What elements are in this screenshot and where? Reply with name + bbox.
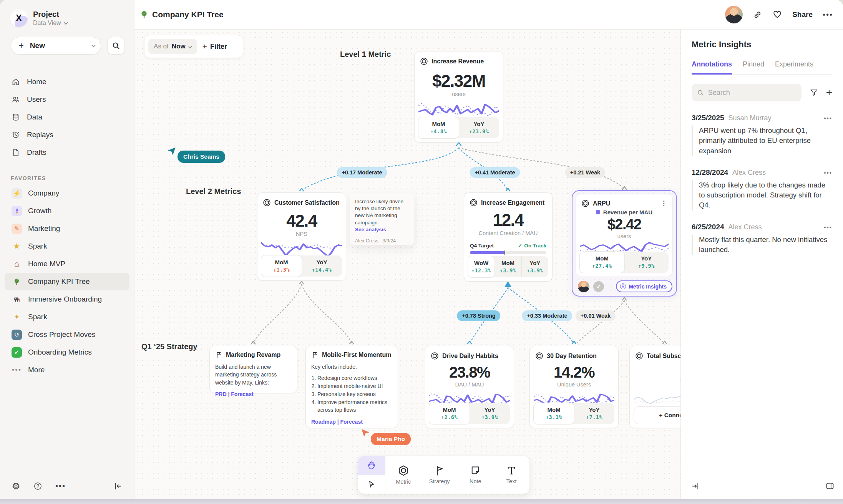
metric-card-drive-daily-habbits[interactable]: Drive Daily Habbits 23.8% DAU / MAU MoM↑… [425, 346, 514, 428]
metric-unit: users [576, 233, 672, 239]
roadmap-forecast-links[interactable]: Roadmap | Forecast [311, 419, 392, 425]
sidebar-item-replays[interactable]: Replays [5, 126, 129, 144]
annotation-item[interactable]: 12/28/2024 Alex Cress ••• 3% drop likely… [692, 168, 832, 211]
sidebar-item-company[interactable]: ⚡ Company [5, 184, 129, 202]
stat-wow[interactable]: WoW↑12.3% [468, 256, 495, 277]
strategy-card-marketing-revamp[interactable]: Marketing Revamp Build and launch a new … [209, 346, 297, 393]
connect-button[interactable]: + Connect [634, 406, 680, 424]
stat-mom[interactable]: MoM↑27.4% [580, 252, 624, 273]
more-options-icon[interactable]: ••• [55, 482, 66, 491]
favorite-heart-icon[interactable] [772, 10, 782, 20]
stat-yoy[interactable]: YoY↑9.9% [624, 252, 669, 273]
toggle-panel-icon[interactable] [825, 481, 835, 491]
prd-forecast-links[interactable]: PRD | Forecast [215, 391, 292, 397]
top-bar: Company KPI Tree Share ••• [134, 0, 843, 30]
edge-label-1: +0.17 Moderate [337, 167, 387, 178]
edge-label-2: +0.41 Moderate [470, 167, 520, 178]
help-icon[interactable] [33, 482, 42, 491]
sidebar-item-more[interactable]: ••• More [5, 361, 129, 379]
annotation-menu-icon[interactable]: ••• [824, 115, 832, 121]
card-menu-icon[interactable]: ⋮ [660, 200, 667, 207]
sidebar-item-company-kpi-tree[interactable]: Company KPI Tree [5, 273, 129, 290]
annotation-menu-icon[interactable]: ••• [824, 224, 832, 230]
stat-mom[interactable]: MoM↑2.6% [429, 403, 470, 424]
sidebar-item-cross-project-moves[interactable]: ↺ Cross Project Moves [5, 326, 129, 343]
marketing-icon: ✎ [12, 224, 22, 234]
sidebar-item-immersive-onboarding[interactable]: Immersive Onboarding [5, 290, 129, 308]
sidebar-item-drafts[interactable]: Drafts [5, 144, 129, 161]
stat-mom[interactable]: MoM↑3.1% [534, 403, 574, 424]
flag-icon [434, 465, 445, 476]
canvas-annotation-note[interactable]: Increase likely driven by the launch of … [350, 193, 414, 245]
text-icon [506, 465, 517, 476]
sidebar-item-marketing[interactable]: ✎ Marketing [5, 220, 129, 237]
strategy-tool-button[interactable]: Strategy [422, 456, 458, 494]
strategy-card-mobile-first-momentum[interactable]: Mobile-First Momentum Key efforts includ… [305, 346, 398, 428]
user-avatar[interactable] [725, 6, 743, 23]
edge-label-4: +0.78 Strong [457, 310, 500, 321]
hand-tool-button[interactable] [358, 456, 385, 475]
stat-yoy[interactable]: YoY↑3.9% [470, 403, 510, 424]
collapse-panel-icon[interactable] [691, 482, 700, 491]
collaborator-avatar [578, 281, 589, 292]
text-tool-button[interactable]: Text [493, 456, 529, 494]
tab-experiments[interactable]: Experiments [775, 60, 813, 74]
chevron-down-icon[interactable] [91, 43, 96, 47]
edge-label-5: +0.33 Moderate [522, 310, 572, 321]
lightbulb-icon [620, 283, 626, 290]
stat-yoy[interactable]: YoY↑7.1% [574, 403, 614, 424]
sidebar-item-users[interactable]: Users [5, 91, 129, 108]
metric-unit: Unique Users [530, 381, 618, 388]
sidebar-item-home-mvp[interactable]: ⌂ Home MVP [5, 255, 129, 273]
metric-icon [470, 199, 478, 207]
metric-card-increase-revenue[interactable]: Increase Revenue $2.32M users MoM↑4.8% Y… [414, 51, 503, 143]
more-menu-icon[interactable]: ••• [823, 10, 833, 19]
see-analysis-link[interactable]: See analysis [355, 227, 409, 232]
metric-insights-button[interactable]: Metric Insights [616, 280, 672, 292]
settings-gear-icon[interactable] [12, 482, 20, 491]
metric-tool-button[interactable]: Metric [385, 456, 422, 494]
metric-card-customer-satisfaction[interactable]: Customer Satisfaction 42.4 NPS MoM↓1.3% … [257, 192, 346, 281]
collapse-sidebar-icon[interactable] [114, 482, 123, 491]
select-tool-button[interactable] [358, 475, 385, 494]
as-of-dropdown[interactable]: As of Now [148, 39, 197, 54]
favorites-heading: FAVORITES [11, 175, 134, 181]
copy-link-icon[interactable] [753, 10, 762, 20]
metric-card-total-subscriptions[interactable]: Total Subscript + Connect [629, 346, 680, 428]
house-icon: ⌂ [12, 259, 22, 269]
sidebar-item-spark[interactable]: ★ Spark [5, 237, 129, 255]
annotation-menu-icon[interactable]: ••• [824, 169, 832, 176]
tab-pinned[interactable]: Pinned [743, 60, 764, 74]
tab-annotations[interactable]: Annotations [692, 60, 732, 75]
stat-yoy[interactable]: YoY↑14.4% [302, 255, 342, 277]
chevron-down-icon [63, 20, 68, 24]
sidebar-search-button[interactable] [107, 37, 125, 55]
new-button[interactable]: + New [11, 37, 101, 55]
add-filter-button[interactable]: + Filter [202, 42, 227, 51]
annotation-item[interactable]: 3/25/2025 Susan Murray ••• ARPU went up … [692, 114, 832, 156]
metric-card-30-day-retention[interactable]: 30 Day Retention 14.2% Unique Users MoM↑… [529, 346, 619, 428]
stat-mom[interactable]: MoM↑4.8% [418, 117, 459, 138]
annotation-item[interactable]: 6/25/2024 Alex Cress ••• Mostly flat thi… [692, 223, 832, 255]
kpi-tree-canvas[interactable]: As of Now + Filter Level 1 Metric Level … [134, 30, 680, 499]
stat-yoy[interactable]: YoY↑3.9% [521, 256, 548, 277]
sidebar-item-home[interactable]: Home [5, 73, 129, 91]
add-annotation-icon[interactable]: + [826, 87, 832, 98]
stat-mom[interactable]: MoM↑3.9% [495, 256, 521, 277]
project-switcher[interactable]: X Project Data View [0, 0, 134, 27]
sidebar-item-onboarding-metrics[interactable]: ✓ Onboarding Metrics [5, 343, 129, 361]
level2-label: Level 2 Metrics [186, 187, 241, 196]
stat-mom[interactable]: MoM↓1.3% [261, 255, 302, 277]
stat-yoy[interactable]: YoY↑23.9% [459, 117, 499, 138]
note-tool-button[interactable]: Note [458, 456, 494, 494]
metric-card-increase-engagement[interactable]: Increase Engagement 12.4 Content Creatio… [464, 192, 553, 282]
search-input[interactable] [708, 89, 796, 97]
filter-funnel-icon[interactable] [809, 88, 818, 97]
sidebar-item-data[interactable]: Data [5, 108, 129, 126]
workspace-selector[interactable]: Data View [33, 20, 67, 27]
annotations-search[interactable] [692, 84, 802, 101]
share-button[interactable]: Share [792, 10, 813, 19]
sidebar-item-spark-2[interactable]: ✦ Spark [5, 308, 129, 326]
sidebar-item-growth[interactable]: Growth [5, 202, 129, 220]
metric-card-arpu-selected[interactable]: ARPU ⋮ Revenue per MAU $2.42 users MoM↑2… [572, 190, 677, 297]
